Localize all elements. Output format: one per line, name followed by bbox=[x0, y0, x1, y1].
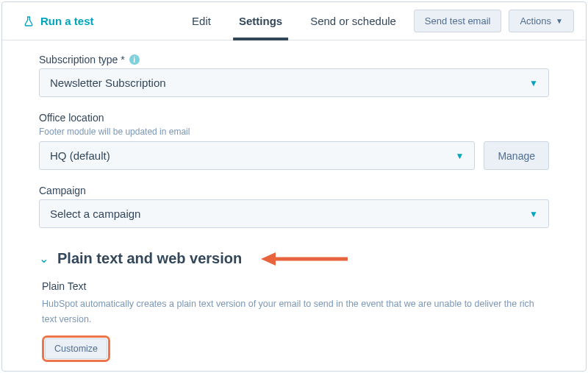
subscription-label-text: Subscription type * bbox=[39, 54, 125, 65]
caret-down-icon: ▼ bbox=[529, 209, 538, 219]
tabs: Edit Settings Send or schedule bbox=[192, 2, 396, 40]
subscription-label: Subscription type * i bbox=[39, 54, 549, 65]
office-select[interactable]: HQ (default) ▼ bbox=[39, 141, 475, 170]
manage-button[interactable]: Manage bbox=[484, 141, 549, 170]
caret-down-icon: ▼ bbox=[456, 151, 465, 161]
header-actions: Send test email Actions ▼ bbox=[414, 10, 574, 32]
flask-icon bbox=[23, 15, 35, 27]
send-test-email-button[interactable]: Send test email bbox=[414, 10, 502, 32]
plain-text-subsection: Plain Text HubSpot automatically creates… bbox=[39, 280, 549, 362]
content: Subscription type * i Newsletter Subscri… bbox=[2, 40, 586, 362]
customize-button[interactable]: Customize bbox=[45, 338, 107, 359]
plain-text-desc: HubSpot automatically creates a plain te… bbox=[42, 296, 549, 328]
office-value: HQ (default) bbox=[50, 149, 110, 162]
caret-down-icon: ▼ bbox=[529, 78, 538, 88]
info-icon[interactable]: i bbox=[129, 54, 140, 65]
plain-text-title: Plain Text bbox=[42, 280, 549, 292]
arrow-annotation bbox=[261, 250, 349, 268]
field-campaign: Campaign Select a campaign ▼ bbox=[39, 185, 549, 228]
field-office-location: Office location Footer module will be up… bbox=[39, 112, 549, 170]
caret-down-icon: ▼ bbox=[556, 17, 563, 25]
campaign-value: Select a campaign bbox=[50, 207, 140, 220]
customize-label: Customize bbox=[54, 344, 98, 354]
run-test-label: Run a test bbox=[40, 15, 94, 27]
svg-marker-1 bbox=[261, 252, 276, 266]
campaign-select[interactable]: Select a campaign ▼ bbox=[39, 199, 549, 228]
tab-settings[interactable]: Settings bbox=[239, 2, 282, 40]
field-subscription-type: Subscription type * i Newsletter Subscri… bbox=[39, 54, 549, 97]
tab-edit[interactable]: Edit bbox=[192, 2, 211, 40]
campaign-label: Campaign bbox=[39, 185, 549, 196]
office-hint: Footer module will be updated in email bbox=[39, 127, 549, 137]
actions-button[interactable]: Actions ▼ bbox=[509, 10, 574, 32]
send-test-label: Send test email bbox=[425, 15, 491, 26]
chevron-down-icon: ⌄ bbox=[39, 252, 49, 266]
actions-label: Actions bbox=[520, 15, 551, 26]
section-title: Plain text and web version bbox=[57, 250, 242, 267]
office-label: Office location bbox=[39, 112, 549, 124]
topbar: Run a test Edit Settings Send or schedul… bbox=[2, 2, 586, 40]
tab-send[interactable]: Send or schedule bbox=[310, 2, 396, 40]
plain-text-section-header[interactable]: ⌄ Plain text and web version bbox=[39, 250, 549, 267]
subscription-value: Newsletter Subscription bbox=[50, 77, 166, 89]
run-test-link[interactable]: Run a test bbox=[23, 15, 94, 27]
subscription-select[interactable]: Newsletter Subscription ▼ bbox=[39, 68, 549, 97]
manage-label: Manage bbox=[498, 150, 535, 162]
customize-highlight: Customize bbox=[42, 335, 110, 362]
